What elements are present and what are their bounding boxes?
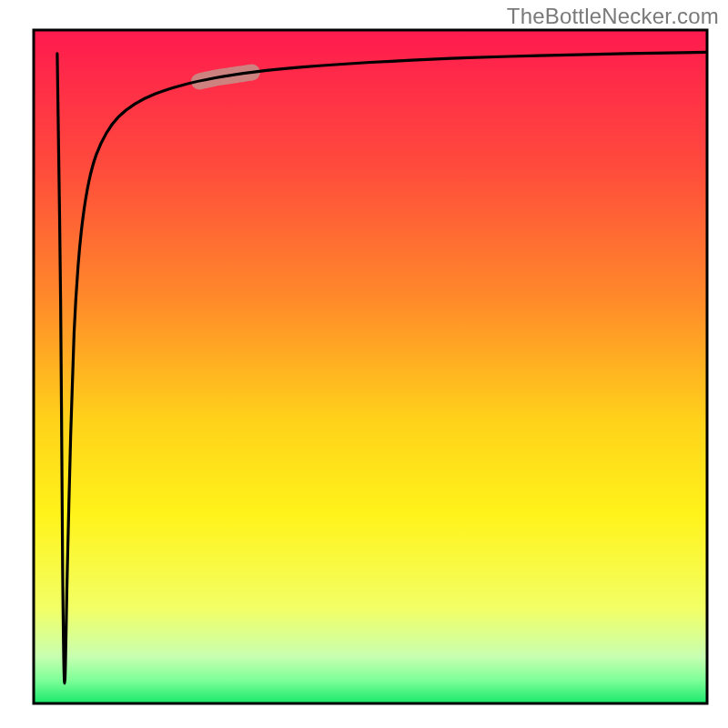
chart-stage: TheBottleNecker.com — [0, 0, 728, 728]
plot-background — [34, 30, 707, 703]
bottleneck-chart — [0, 0, 728, 728]
